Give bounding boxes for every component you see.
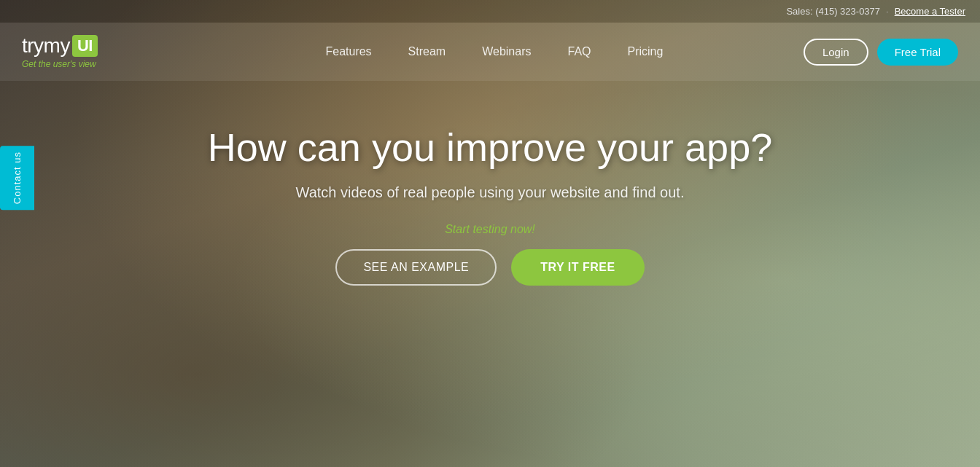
free-trial-button[interactable]: Free Trial (877, 39, 958, 66)
sales-phone: Sales: (415) 323-0377 (786, 6, 880, 17)
nav-actions: Login Free Trial (804, 39, 958, 66)
logo-trymyui-text: trymy (22, 34, 70, 58)
see-example-button[interactable]: SEE AN EXAMPLE (335, 249, 497, 286)
hero-cta-label: Start testing now! (0, 223, 980, 236)
logo-text: trymy UI (22, 34, 98, 58)
contact-tab-label[interactable]: Contact us (0, 146, 34, 210)
nav-item-webinars[interactable]: Webinars (464, 38, 549, 66)
hero-subtitle: Watch videos of real people using your w… (0, 184, 980, 201)
logo-tagline: Get the user's view (22, 59, 98, 69)
become-tester-link[interactable]: Become a Tester (895, 6, 965, 17)
login-button[interactable]: Login (804, 39, 868, 66)
nav-item-faq[interactable]: FAQ (549, 38, 609, 66)
divider: · (886, 6, 889, 17)
top-bar: Sales: (415) 323-0377 · Become a Tester (0, 0, 980, 23)
logo[interactable]: trymy UI Get the user's view (22, 34, 98, 69)
logo-ui-badge: UI (72, 35, 98, 57)
nav-item-pricing[interactable]: Pricing (610, 38, 682, 66)
try-free-button[interactable]: TRY IT FREE (511, 249, 644, 286)
nav-item-features[interactable]: Features (307, 38, 389, 66)
header: trymy UI Get the user's view Features St… (0, 23, 980, 81)
hero-buttons: SEE AN EXAMPLE TRY IT FREE (0, 249, 980, 286)
hero-section: How can you improve your app? Watch vide… (0, 81, 980, 286)
nav-item-stream[interactable]: Stream (390, 38, 464, 66)
contact-sidebar[interactable]: Contact us (0, 146, 34, 210)
main-nav: Features Stream Webinars FAQ Pricing (185, 38, 804, 66)
hero-title: How can you improve your app? (0, 125, 980, 170)
